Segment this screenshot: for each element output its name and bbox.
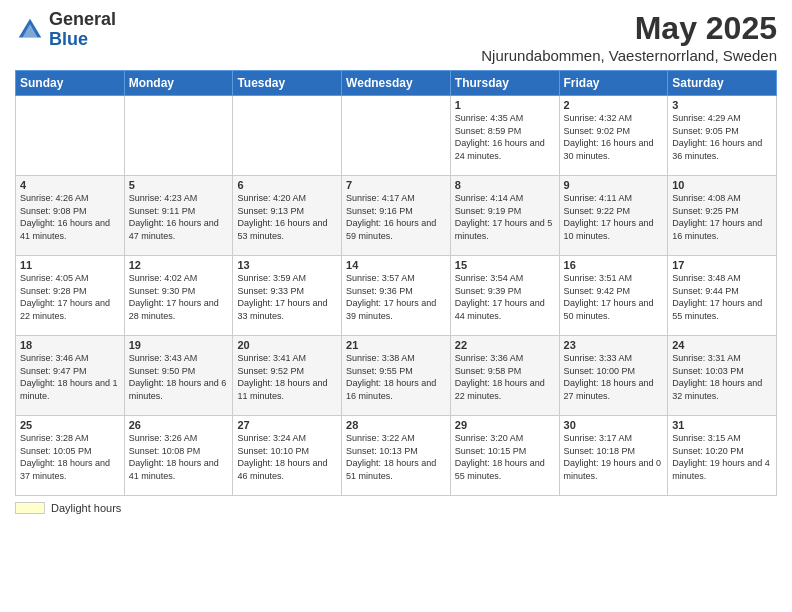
day-cell-14: 14Sunrise: 3:57 AM Sunset: 9:36 PM Dayli… (342, 256, 451, 336)
day-number: 7 (346, 179, 446, 191)
day-cell-20: 20Sunrise: 3:41 AM Sunset: 9:52 PM Dayli… (233, 336, 342, 416)
day-cell-21: 21Sunrise: 3:38 AM Sunset: 9:55 PM Dayli… (342, 336, 451, 416)
weekday-header-monday: Monday (124, 71, 233, 96)
day-cell-4: 4Sunrise: 4:26 AM Sunset: 9:08 PM Daylig… (16, 176, 125, 256)
day-number: 21 (346, 339, 446, 351)
logo-general-text: General (49, 10, 116, 30)
day-info: Sunrise: 3:33 AM Sunset: 10:00 PM Daylig… (564, 352, 664, 402)
day-number: 26 (129, 419, 229, 431)
week-row-3: 11Sunrise: 4:05 AM Sunset: 9:28 PM Dayli… (16, 256, 777, 336)
weekday-header-thursday: Thursday (450, 71, 559, 96)
day-number: 12 (129, 259, 229, 271)
day-cell-empty (342, 96, 451, 176)
week-row-5: 25Sunrise: 3:28 AM Sunset: 10:05 PM Dayl… (16, 416, 777, 496)
day-cell-10: 10Sunrise: 4:08 AM Sunset: 9:25 PM Dayli… (668, 176, 777, 256)
day-number: 25 (20, 419, 120, 431)
day-info: Sunrise: 4:20 AM Sunset: 9:13 PM Dayligh… (237, 192, 337, 242)
day-info: Sunrise: 3:28 AM Sunset: 10:05 PM Daylig… (20, 432, 120, 482)
weekday-header-friday: Friday (559, 71, 668, 96)
day-cell-1: 1Sunrise: 4:35 AM Sunset: 8:59 PM Daylig… (450, 96, 559, 176)
day-number: 23 (564, 339, 664, 351)
day-info: Sunrise: 3:22 AM Sunset: 10:13 PM Daylig… (346, 432, 446, 482)
day-number: 6 (237, 179, 337, 191)
day-cell-3: 3Sunrise: 4:29 AM Sunset: 9:05 PM Daylig… (668, 96, 777, 176)
day-cell-6: 6Sunrise: 4:20 AM Sunset: 9:13 PM Daylig… (233, 176, 342, 256)
day-info: Sunrise: 3:24 AM Sunset: 10:10 PM Daylig… (237, 432, 337, 482)
day-cell-30: 30Sunrise: 3:17 AM Sunset: 10:18 PM Dayl… (559, 416, 668, 496)
day-number: 27 (237, 419, 337, 431)
day-number: 22 (455, 339, 555, 351)
logo-icon (15, 15, 45, 45)
day-cell-2: 2Sunrise: 4:32 AM Sunset: 9:02 PM Daylig… (559, 96, 668, 176)
day-info: Sunrise: 3:48 AM Sunset: 9:44 PM Dayligh… (672, 272, 772, 322)
day-info: Sunrise: 3:26 AM Sunset: 10:08 PM Daylig… (129, 432, 229, 482)
day-info: Sunrise: 3:46 AM Sunset: 9:47 PM Dayligh… (20, 352, 120, 402)
weekday-header-sunday: Sunday (16, 71, 125, 96)
day-number: 31 (672, 419, 772, 431)
day-number: 28 (346, 419, 446, 431)
day-cell-9: 9Sunrise: 4:11 AM Sunset: 9:22 PM Daylig… (559, 176, 668, 256)
logo-text: General Blue (49, 10, 116, 50)
day-info: Sunrise: 4:29 AM Sunset: 9:05 PM Dayligh… (672, 112, 772, 162)
day-cell-24: 24Sunrise: 3:31 AM Sunset: 10:03 PM Dayl… (668, 336, 777, 416)
day-info: Sunrise: 3:43 AM Sunset: 9:50 PM Dayligh… (129, 352, 229, 402)
day-number: 17 (672, 259, 772, 271)
day-number: 18 (20, 339, 120, 351)
day-number: 4 (20, 179, 120, 191)
day-cell-31: 31Sunrise: 3:15 AM Sunset: 10:20 PM Dayl… (668, 416, 777, 496)
day-cell-18: 18Sunrise: 3:46 AM Sunset: 9:47 PM Dayli… (16, 336, 125, 416)
day-info: Sunrise: 3:17 AM Sunset: 10:18 PM Daylig… (564, 432, 664, 482)
day-cell-12: 12Sunrise: 4:02 AM Sunset: 9:30 PM Dayli… (124, 256, 233, 336)
week-row-4: 18Sunrise: 3:46 AM Sunset: 9:47 PM Dayli… (16, 336, 777, 416)
day-cell-26: 26Sunrise: 3:26 AM Sunset: 10:08 PM Dayl… (124, 416, 233, 496)
day-cell-29: 29Sunrise: 3:20 AM Sunset: 10:15 PM Dayl… (450, 416, 559, 496)
day-info: Sunrise: 3:59 AM Sunset: 9:33 PM Dayligh… (237, 272, 337, 322)
day-cell-11: 11Sunrise: 4:05 AM Sunset: 9:28 PM Dayli… (16, 256, 125, 336)
day-cell-23: 23Sunrise: 3:33 AM Sunset: 10:00 PM Dayl… (559, 336, 668, 416)
calendar-title: May 2025 (481, 10, 777, 47)
day-cell-16: 16Sunrise: 3:51 AM Sunset: 9:42 PM Dayli… (559, 256, 668, 336)
day-info: Sunrise: 4:14 AM Sunset: 9:19 PM Dayligh… (455, 192, 555, 242)
day-number: 15 (455, 259, 555, 271)
day-number: 3 (672, 99, 772, 111)
day-number: 10 (672, 179, 772, 191)
legend-box (15, 502, 45, 514)
day-info: Sunrise: 4:35 AM Sunset: 8:59 PM Dayligh… (455, 112, 555, 162)
weekday-header-tuesday: Tuesday (233, 71, 342, 96)
day-number: 19 (129, 339, 229, 351)
day-number: 9 (564, 179, 664, 191)
day-info: Sunrise: 3:31 AM Sunset: 10:03 PM Daylig… (672, 352, 772, 402)
day-cell-17: 17Sunrise: 3:48 AM Sunset: 9:44 PM Dayli… (668, 256, 777, 336)
title-block: May 2025 Njurundabommen, Vaesternorrland… (481, 10, 777, 64)
weekday-header-wednesday: Wednesday (342, 71, 451, 96)
day-number: 29 (455, 419, 555, 431)
legend: Daylight hours (15, 502, 777, 514)
day-number: 24 (672, 339, 772, 351)
day-info: Sunrise: 4:32 AM Sunset: 9:02 PM Dayligh… (564, 112, 664, 162)
day-info: Sunrise: 4:08 AM Sunset: 9:25 PM Dayligh… (672, 192, 772, 242)
day-info: Sunrise: 4:26 AM Sunset: 9:08 PM Dayligh… (20, 192, 120, 242)
day-info: Sunrise: 3:20 AM Sunset: 10:15 PM Daylig… (455, 432, 555, 482)
week-row-2: 4Sunrise: 4:26 AM Sunset: 9:08 PM Daylig… (16, 176, 777, 256)
day-info: Sunrise: 3:15 AM Sunset: 10:20 PM Daylig… (672, 432, 772, 482)
day-number: 30 (564, 419, 664, 431)
page: General Blue May 2025 Njurundabommen, Va… (0, 0, 792, 612)
weekday-header-saturday: Saturday (668, 71, 777, 96)
day-cell-empty (124, 96, 233, 176)
logo: General Blue (15, 10, 116, 50)
weekday-header-row: SundayMondayTuesdayWednesdayThursdayFrid… (16, 71, 777, 96)
day-cell-7: 7Sunrise: 4:17 AM Sunset: 9:16 PM Daylig… (342, 176, 451, 256)
day-cell-19: 19Sunrise: 3:43 AM Sunset: 9:50 PM Dayli… (124, 336, 233, 416)
day-cell-22: 22Sunrise: 3:36 AM Sunset: 9:58 PM Dayli… (450, 336, 559, 416)
day-number: 13 (237, 259, 337, 271)
day-cell-empty (233, 96, 342, 176)
day-number: 8 (455, 179, 555, 191)
day-number: 20 (237, 339, 337, 351)
day-number: 5 (129, 179, 229, 191)
day-cell-28: 28Sunrise: 3:22 AM Sunset: 10:13 PM Dayl… (342, 416, 451, 496)
logo-blue-text: Blue (49, 30, 116, 50)
day-info: Sunrise: 4:23 AM Sunset: 9:11 PM Dayligh… (129, 192, 229, 242)
day-info: Sunrise: 3:36 AM Sunset: 9:58 PM Dayligh… (455, 352, 555, 402)
day-cell-5: 5Sunrise: 4:23 AM Sunset: 9:11 PM Daylig… (124, 176, 233, 256)
day-number: 11 (20, 259, 120, 271)
